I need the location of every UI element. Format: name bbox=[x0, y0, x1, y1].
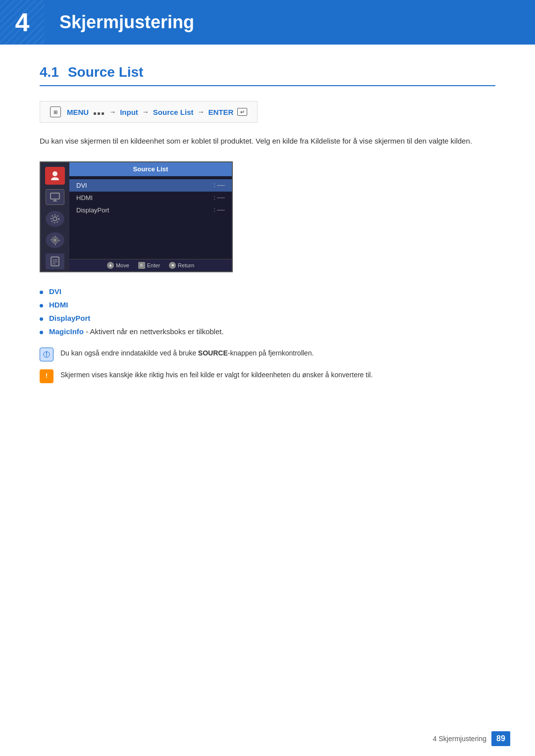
menu-path: ⊞ MENU → Input → Source List → ENTER ↵ bbox=[40, 101, 258, 123]
svg-point-5 bbox=[51, 215, 59, 223]
sidebar-icon-5 bbox=[44, 252, 66, 271]
bullet-dot bbox=[40, 291, 43, 294]
svg-rect-8 bbox=[51, 257, 59, 266]
return-label: Return bbox=[178, 262, 194, 268]
note-info-text: Du kan også endre inndatakilde ved å bru… bbox=[60, 348, 314, 358]
enter-btn-label: Enter bbox=[147, 262, 160, 268]
chapter-number-box: 4 bbox=[0, 0, 45, 45]
screen-sidebar bbox=[41, 162, 69, 271]
item-label: MagicInfo bbox=[49, 327, 84, 336]
arrow3: → bbox=[198, 108, 205, 116]
note-info: Du kan også endre inndatakilde ved å bru… bbox=[40, 348, 495, 361]
description-text: Du kan vise skjermen til en kildeenhet s… bbox=[40, 135, 495, 148]
page-footer: 4 Skjermjustering 89 bbox=[433, 731, 510, 746]
bullet-dot bbox=[40, 331, 43, 334]
section-heading: 4.1 Source List bbox=[40, 64, 495, 86]
footer-return: ◄ Return bbox=[169, 262, 194, 269]
hdmi-label: HDMI bbox=[76, 194, 214, 202]
sidebar-icon-3 bbox=[44, 209, 66, 228]
sidebar-icon-2 bbox=[44, 188, 66, 207]
footer-move: ▲ Move bbox=[107, 262, 129, 269]
svg-point-12 bbox=[46, 352, 47, 353]
section-number: 4.1 bbox=[40, 64, 59, 80]
chapter-number: 4 bbox=[15, 7, 30, 37]
info-icon bbox=[40, 348, 54, 361]
dvi-status: : ---- bbox=[214, 182, 225, 189]
menu-icon: ⊞ bbox=[50, 106, 61, 117]
item-label: HDMI bbox=[49, 301, 68, 309]
item-desc: - Aktivert når en nettverksboks er tilko… bbox=[86, 327, 223, 336]
section-title: Source List bbox=[68, 64, 143, 80]
list-item-dvi: DVI bbox=[40, 287, 495, 296]
arrow2: → bbox=[142, 108, 149, 116]
page-number: 89 bbox=[491, 731, 510, 746]
bullet-dot bbox=[40, 304, 43, 307]
source-item-displayport: DisplayPort : ---- bbox=[69, 204, 232, 216]
dvi-label: DVI bbox=[76, 182, 214, 189]
note-warning: ! Skjermen vises kanskje ikke riktig hvi… bbox=[40, 369, 495, 383]
arrow1: → bbox=[109, 108, 116, 116]
move-icon: ▲ bbox=[107, 262, 114, 269]
input-label: Input bbox=[120, 108, 138, 116]
list-item-displayport: DisplayPort bbox=[40, 314, 495, 322]
svg-point-6 bbox=[54, 238, 57, 242]
return-icon: ◄ bbox=[169, 262, 176, 269]
item-label: DisplayPort bbox=[49, 314, 90, 322]
source-list-title: Source List bbox=[69, 162, 232, 176]
enter-btn-icon: E bbox=[138, 262, 145, 269]
list-item-magicinfo: MagicInfo - Aktivert når en nettverksbok… bbox=[40, 327, 495, 336]
source-item-hdmi: HDMI : ---- bbox=[69, 192, 232, 204]
chapter-title-bar: Skjermjustering bbox=[45, 0, 535, 45]
source-item-dvi: DVI : ---- bbox=[69, 179, 232, 192]
sidebar-icon-1 bbox=[44, 166, 66, 186]
list-item-hdmi: HDMI bbox=[40, 301, 495, 309]
source-list-items: DVI : ---- HDMI : ---- DisplayPort : ---… bbox=[69, 176, 232, 259]
svg-point-0 bbox=[53, 171, 57, 176]
main-content: 4.1 Source List ⊞ MENU → Input → Source … bbox=[0, 64, 535, 431]
screen-footer: ▲ Move E Enter ◄ Return bbox=[69, 259, 232, 271]
screen-mockup: Source List DVI : ---- HDMI : ---- Displ… bbox=[40, 161, 233, 272]
source-list-label: Source List bbox=[153, 108, 194, 116]
warning-icon-label: ! bbox=[46, 371, 48, 381]
bullet-dot bbox=[40, 317, 43, 321]
hdmi-status: : ---- bbox=[214, 194, 225, 201]
svg-rect-1 bbox=[51, 193, 59, 199]
footer-chapter-label: 4 Skjermjustering bbox=[433, 735, 486, 743]
enter-icon: ↵ bbox=[237, 108, 247, 116]
displayport-label: DisplayPort bbox=[76, 206, 214, 214]
sidebar-icon-4 bbox=[44, 230, 66, 250]
displayport-status: : ---- bbox=[214, 206, 225, 213]
menu-label: MENU bbox=[67, 108, 89, 116]
source-list-panel: Source List DVI : ---- HDMI : ---- Displ… bbox=[69, 162, 232, 271]
svg-point-4 bbox=[53, 217, 57, 221]
bullet-list: DVI HDMI DisplayPort MagicInfo - Aktiver… bbox=[40, 287, 495, 336]
footer-enter: E Enter bbox=[138, 262, 160, 269]
note-warning-text: Skjermen vises kanskje ikke riktig hvis … bbox=[60, 369, 373, 380]
move-label: Move bbox=[116, 262, 129, 268]
item-label: DVI bbox=[49, 287, 61, 296]
warning-icon: ! bbox=[40, 369, 54, 383]
enter-label: ENTER bbox=[209, 108, 234, 116]
chapter-header: 4 Skjermjustering bbox=[0, 0, 535, 45]
chapter-title: Skjermjustering bbox=[59, 12, 194, 33]
